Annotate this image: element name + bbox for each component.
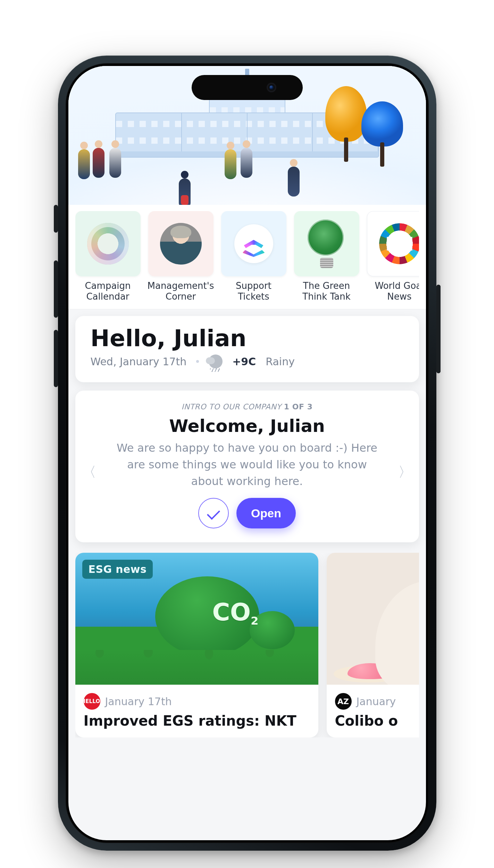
news-headline: Colibo o	[327, 712, 419, 737]
shortcut-label: The Green Think Tank	[294, 281, 359, 302]
news-cover	[327, 553, 419, 685]
shortcut-label: Campaign Callendar	[75, 281, 141, 302]
chevron-right-icon: 〉	[398, 464, 412, 479]
news-card-esg[interactable]: ESG news CO2 HELLO! January 17th Improve…	[75, 553, 318, 737]
news-row: ESG news CO2 HELLO! January 17th Improve…	[75, 553, 419, 737]
source-badge-hello: HELLO!	[84, 693, 100, 710]
intro-title: Welcome, Julian	[91, 416, 404, 436]
clickup-icon	[234, 224, 273, 263]
weather-rain-icon	[209, 354, 223, 368]
side-key-volume-up	[54, 260, 58, 318]
news-cover: ESG news CO2	[75, 553, 318, 685]
dynamic-island	[192, 75, 303, 100]
side-key-volume-down	[54, 330, 58, 387]
intro-prev-button[interactable]: 〈	[79, 459, 100, 485]
news-date: January 17th	[105, 695, 172, 708]
intro-eyebrow: INTRO TO OUR COMPANY 1 OF 3	[91, 402, 404, 411]
sdg-wheel-icon	[379, 223, 419, 264]
leaf-bulb-icon	[308, 219, 346, 268]
screen: Campaign Callendar Management's Corner S…	[68, 66, 426, 840]
greeting-temp: +9C	[232, 356, 256, 368]
separator-dot-icon	[196, 360, 199, 363]
front-camera-icon	[267, 83, 276, 92]
greeting-card: Hello, Julian Wed, January 17th +9C Rain…	[75, 316, 419, 382]
greeting-date: Wed, January 17th	[91, 356, 187, 368]
shortcut-campaign-calendar[interactable]: Campaign Callendar	[75, 211, 141, 302]
intro-acknowledge-button[interactable]	[198, 498, 229, 528]
chevron-left-icon: 〈	[82, 464, 96, 479]
ring-icon	[87, 223, 129, 265]
shortcut-label: Support Tickets	[221, 281, 286, 302]
source-badge-az: AZ	[335, 693, 352, 710]
side-key-power	[436, 285, 441, 373]
news-card-colibo[interactable]: AZ January Colibo o	[327, 553, 419, 737]
greeting-condition: Rainy	[266, 356, 295, 368]
avatar-icon	[160, 223, 202, 265]
phone-frame: Campaign Callendar Management's Corner S…	[58, 56, 436, 851]
hello-title: Hello, Julian	[91, 325, 404, 352]
side-key-mute	[54, 205, 58, 233]
shortcut-support-tickets[interactable]: Support Tickets	[221, 211, 286, 302]
shortcut-green-think-tank[interactable]: The Green Think Tank	[294, 211, 359, 302]
intro-open-button[interactable]: Open	[236, 498, 296, 528]
co2-icon: CO2	[212, 598, 258, 627]
shortcut-label: World Goal News	[367, 281, 419, 302]
shortcuts-strip: Campaign Callendar Management's Corner S…	[68, 205, 426, 309]
shortcut-managements-corner[interactable]: Management's Corner	[148, 211, 213, 302]
intro-card: 〈 〉 INTRO TO OUR COMPANY 1 OF 3 Welcome,…	[75, 391, 419, 542]
intro-body: We are so happy to have you on board :-)…	[115, 440, 379, 490]
check-icon	[207, 507, 220, 520]
shortcut-label: Management's Corner	[148, 281, 214, 302]
shortcut-world-goal-news[interactable]: World Goal News	[367, 211, 419, 302]
intro-next-button[interactable]: 〉	[395, 459, 416, 485]
news-headline: Improved EGS ratings: NKT	[75, 712, 318, 737]
news-pill: ESG news	[82, 560, 153, 579]
news-date: January	[357, 695, 396, 708]
